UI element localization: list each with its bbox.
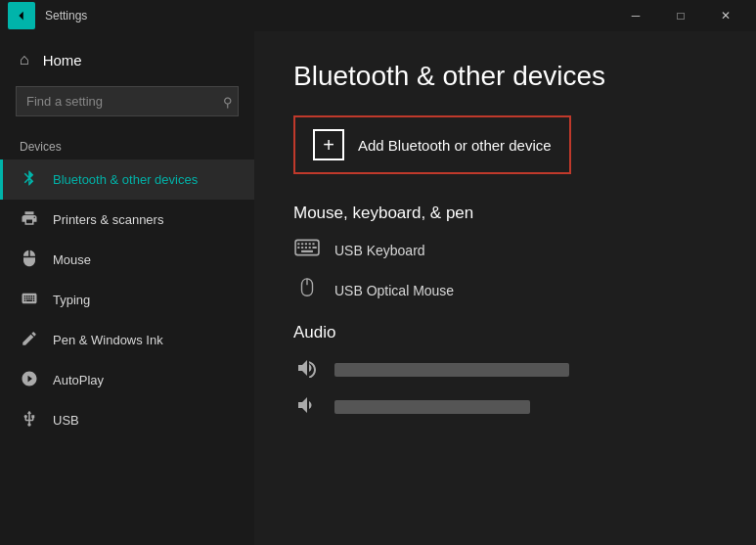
svg-rect-8 xyxy=(305,247,307,249)
sidebar-bluetooth-label: Bluetooth & other devices xyxy=(53,172,198,187)
audio-icon-1 xyxy=(293,358,321,382)
sidebar-item-bluetooth[interactable]: Bluetooth & other devices xyxy=(0,159,254,200)
app-title: Settings xyxy=(45,9,613,23)
mouse-keyboard-section-title: Mouse, keyboard, & pen xyxy=(293,204,717,223)
content-area: Bluetooth & other devices + Add Bluetoot… xyxy=(254,31,756,545)
back-button[interactable] xyxy=(8,2,35,29)
audio-section-title: Audio xyxy=(293,323,717,342)
home-icon: ⌂ xyxy=(20,51,29,68)
home-label: Home xyxy=(43,52,82,68)
sidebar-section-label: Devices xyxy=(0,132,254,159)
search-icon[interactable]: ⚲ xyxy=(223,94,233,109)
title-bar: Settings ─ □ ✕ xyxy=(0,0,756,31)
sidebar-item-printers[interactable]: Printers & scanners xyxy=(0,200,254,240)
keyboard-device-item: USB Keyboard xyxy=(293,239,717,261)
sidebar-item-usb[interactable]: USB xyxy=(0,400,254,440)
sidebar-printers-label: Printers & scanners xyxy=(53,212,163,227)
autoplay-icon xyxy=(20,370,39,390)
svg-rect-3 xyxy=(305,243,307,245)
minimize-button[interactable]: ─ xyxy=(613,0,658,31)
svg-rect-1 xyxy=(297,243,299,245)
add-plus-icon: + xyxy=(313,129,344,160)
mouse-device-name: USB Optical Mouse xyxy=(334,283,454,298)
sidebar-item-pen[interactable]: Pen & Windows Ink xyxy=(0,320,254,360)
audio-section: Audio xyxy=(293,323,717,419)
svg-rect-11 xyxy=(301,250,313,252)
search-input[interactable] xyxy=(16,86,239,116)
sidebar-typing-label: Typing xyxy=(53,293,90,307)
printer-icon xyxy=(20,209,39,230)
sidebar-usb-label: USB xyxy=(53,413,79,428)
add-device-button[interactable]: + Add Bluetooth or other device xyxy=(293,115,571,174)
audio-icon-2 xyxy=(293,395,321,419)
page-title: Bluetooth & other devices xyxy=(293,61,717,92)
usb-icon xyxy=(20,410,39,431)
optical-mouse-icon xyxy=(293,277,321,303)
pen-icon xyxy=(20,330,39,350)
sidebar-item-home[interactable]: ⌂ Home xyxy=(0,41,254,78)
audio-device-2 xyxy=(293,395,717,419)
svg-rect-4 xyxy=(309,243,311,245)
maximize-button[interactable]: □ xyxy=(658,0,703,31)
svg-rect-9 xyxy=(309,247,311,249)
search-box: ⚲ xyxy=(16,86,239,116)
sidebar-autoplay-label: AutoPlay xyxy=(53,373,104,387)
svg-rect-7 xyxy=(301,247,303,249)
svg-rect-10 xyxy=(312,247,316,249)
typing-icon xyxy=(20,290,39,310)
sidebar: ⌂ Home ⚲ Devices Bluetooth & other devic… xyxy=(0,31,254,545)
sidebar-item-typing[interactable]: Typing xyxy=(0,280,254,320)
sidebar-pen-label: Pen & Windows Ink xyxy=(53,333,163,347)
app-body: ⌂ Home ⚲ Devices Bluetooth & other devic… xyxy=(0,31,756,545)
audio-device-1-name-bar xyxy=(334,363,569,377)
keyboard-icon xyxy=(293,239,321,261)
bluetooth-icon xyxy=(20,169,39,190)
close-button[interactable]: ✕ xyxy=(703,0,748,31)
svg-rect-5 xyxy=(312,243,314,245)
sidebar-item-autoplay[interactable]: AutoPlay xyxy=(0,360,254,400)
add-device-label: Add Bluetooth or other device xyxy=(358,137,552,154)
audio-device-2-name-bar xyxy=(334,400,530,414)
window-controls: ─ □ ✕ xyxy=(613,0,748,31)
audio-device-1 xyxy=(293,358,717,382)
sidebar-item-mouse[interactable]: Mouse xyxy=(0,240,254,280)
svg-rect-2 xyxy=(301,243,303,245)
mouse-icon xyxy=(20,250,39,270)
svg-rect-6 xyxy=(297,247,299,249)
keyboard-device-name: USB Keyboard xyxy=(334,243,425,258)
sidebar-mouse-label: Mouse xyxy=(53,252,91,267)
mouse-device-item: USB Optical Mouse xyxy=(293,277,717,303)
